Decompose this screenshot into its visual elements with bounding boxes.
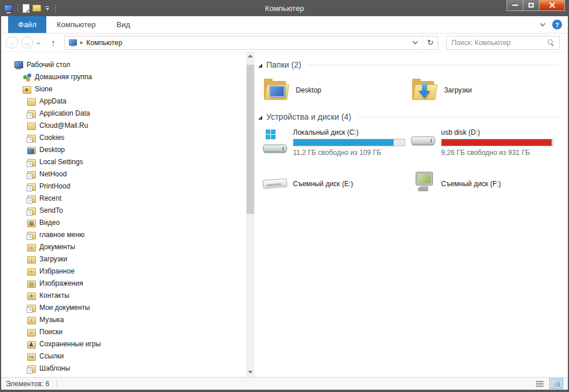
downloads-folder-icon — [27, 254, 36, 264]
tree-item[interactable]: SendTo — [1, 204, 246, 216]
tree-item-label: NetHood — [39, 170, 67, 178]
help-icon[interactable]: ? — [552, 20, 562, 29]
navigation-pane: Рабочий стол Домашняя группа Sione AppDa… — [1, 52, 246, 377]
group-header-drives[interactable]: Устройства и диски (4) — [258, 111, 559, 123]
group-divider — [307, 65, 559, 65]
status-bar: Элементов: 6 — [1, 377, 568, 390]
drive-item[interactable]: Локальный диск (C:) 11,2 ГБ свободно из … — [263, 128, 411, 156]
tree-item-label: Контакты — [39, 291, 69, 299]
maximize-button[interactable] — [523, 0, 539, 11]
refresh-button[interactable] — [423, 36, 438, 49]
chevron-down-icon[interactable] — [540, 21, 546, 27]
tree-item[interactable]: Поиски — [1, 326, 246, 338]
dropdown-arrow-icon[interactable] — [44, 6, 50, 10]
tree-item-label: Sione — [35, 85, 53, 93]
tree-item[interactable]: Документы — [1, 241, 246, 253]
shortcut-folder-icon — [27, 109, 36, 118]
tree-item-label: Cookies — [39, 134, 64, 142]
tree-item[interactable]: Sione — [1, 83, 246, 95]
usb-drive-icon — [411, 130, 438, 154]
breadcrumb-item[interactable]: Компьютер — [86, 39, 122, 47]
tab-file[interactable]: Файл — [8, 16, 46, 33]
breadcrumb-separator-icon[interactable] — [80, 41, 83, 45]
drive-item[interactable]: usb disk (D:) 9,26 ГБ свободно из 931 ГБ — [411, 128, 559, 156]
back-button[interactable] — [6, 36, 18, 49]
tree-item[interactable]: главное меню — [1, 228, 246, 241]
tree-item[interactable]: Recent — [1, 192, 246, 204]
forward-button[interactable] — [21, 36, 33, 49]
computer-icon[interactable] — [4, 5, 13, 12]
address-bar[interactable]: Компьютер — [64, 36, 438, 50]
tree-item[interactable]: Application Data — [1, 107, 246, 119]
tree-item[interactable]: Изображения — [1, 277, 246, 289]
drive-item[interactable]: Съемный диск (E:) — [263, 170, 411, 198]
shortcut-folder-icon — [27, 133, 36, 142]
group-header-folders[interactable]: Папки (2) — [258, 59, 559, 71]
tree-item-label: Recent — [39, 194, 61, 202]
folder-tile[interactable]: Загрузки — [411, 74, 559, 106]
folders-grid: Desktop Загрузки — [263, 74, 559, 106]
music-folder-icon — [27, 315, 36, 324]
tree-item[interactable]: NetHood — [1, 168, 246, 180]
minimize-button[interactable] — [506, 0, 523, 11]
drive-item[interactable]: Съемный диск (F:) — [411, 170, 559, 198]
links-folder-icon — [27, 352, 36, 361]
up-button[interactable] — [47, 36, 60, 49]
shortcut-folder-icon — [27, 303, 36, 312]
group-expand-icon[interactable] — [258, 64, 262, 68]
folder-icon — [27, 121, 36, 130]
tree-item[interactable]: Cloud@Mail.Ru — [1, 119, 246, 131]
tree-item[interactable]: AppData — [1, 95, 246, 107]
recent-pages-dropdown[interactable] — [37, 39, 40, 47]
view-details-button[interactable] — [533, 378, 546, 389]
breadcrumb[interactable]: Компьютер — [65, 36, 408, 49]
minimize-icon — [512, 5, 518, 6]
user-folder-icon — [22, 84, 31, 94]
tree-item[interactable]: Ссылки — [1, 350, 246, 362]
group-expand-icon[interactable] — [258, 116, 262, 120]
toolbar-separator — [17, 4, 18, 12]
tree-item[interactable]: Домашняя группа — [1, 71, 246, 83]
close-button[interactable] — [539, 0, 565, 11]
tree-item-label: Домашняя группа — [35, 73, 92, 81]
tree-item-label: Cloud@Mail.Ru — [39, 121, 88, 130]
drive-name: Съемный диск (E:) — [293, 180, 405, 188]
tree-item-label: PrintHood — [39, 182, 70, 190]
tree-item[interactable]: Cookies — [1, 131, 246, 143]
tree-item[interactable]: Шаблоны — [1, 362, 246, 374]
tree-item-label: Музыка — [39, 316, 64, 324]
tree-item-label: Шаблоны — [39, 364, 70, 372]
tree-item[interactable]: Контакты — [1, 289, 246, 301]
view-thumbnails-button[interactable] — [549, 378, 563, 389]
properties-icon[interactable] — [23, 4, 30, 13]
tree-item-label: Application Data — [39, 109, 90, 117]
tree-item[interactable]: Desktop — [1, 143, 246, 156]
tree-item[interactable]: Мои документы — [1, 301, 246, 313]
scrollbar-thumb[interactable] — [247, 65, 254, 214]
desktop-folder-icon — [27, 145, 36, 154]
tree-item[interactable]: Local Settings — [1, 156, 246, 168]
tree-item[interactable]: Видео — [1, 216, 246, 228]
folder-icon — [27, 97, 36, 106]
tree-scrollbar[interactable] — [246, 52, 255, 377]
search-box[interactable] — [446, 36, 560, 50]
scroll-up-button[interactable] — [246, 52, 255, 62]
search-input[interactable] — [451, 39, 548, 47]
new-folder-icon[interactable] — [32, 5, 41, 12]
tree-item[interactable]: Загрузки — [1, 253, 246, 265]
tree-item[interactable]: Музыка — [1, 313, 246, 326]
tree-item-label: Избранное — [39, 267, 75, 275]
tree-item[interactable]: Рабочий стол — [1, 58, 246, 71]
tree-item[interactable]: Избранное — [1, 265, 246, 277]
scroll-down-button[interactable] — [246, 367, 255, 377]
tab-view[interactable]: Вид — [106, 16, 141, 33]
tree-item[interactable]: PrintHood — [1, 180, 246, 192]
status-separator — [56, 379, 57, 388]
search-icon[interactable] — [548, 39, 555, 46]
tree-item[interactable]: Сохраненные игры — [1, 338, 246, 350]
folder-tile[interactable]: Desktop — [263, 74, 411, 106]
tab-computer[interactable]: Компьютер — [46, 16, 106, 33]
address-dropdown-button[interactable] — [408, 36, 423, 49]
main-area: Рабочий стол Домашняя группа Sione AppDa… — [1, 52, 568, 377]
card-reader-drive-icon — [263, 172, 289, 197]
